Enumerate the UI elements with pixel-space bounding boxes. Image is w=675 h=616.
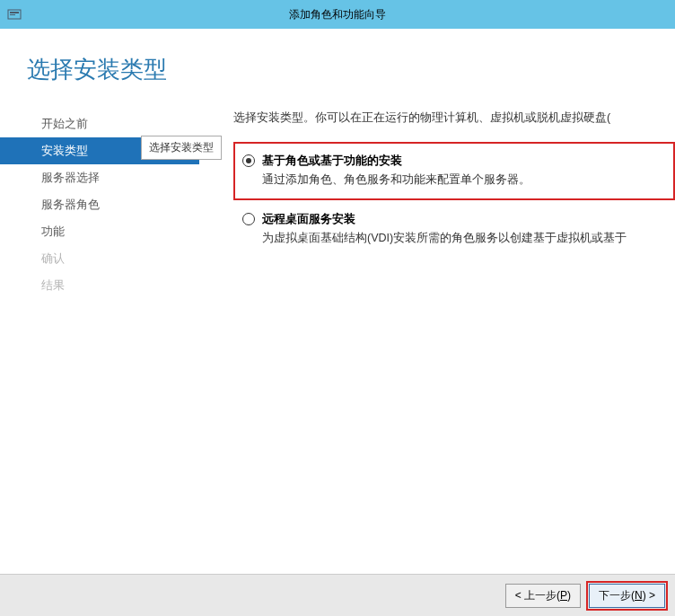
sidebar: 开始之前 安装类型 服务器选择 服务器角色 功能 确认 结果 选择安装类型 — [0, 110, 224, 299]
intro-text: 选择安装类型。你可以在正在运行的物理计算机、虚拟机或脱机虚拟硬盘( — [233, 110, 675, 126]
sidebar-item-label: 服务器角色 — [41, 198, 100, 211]
footer: < 上一步(P) 下一步(N) > — [0, 574, 675, 616]
sidebar-item-server-selection[interactable]: 服务器选择 — [18, 164, 224, 191]
option-desc: 通过添加角色、角色服务和功能来配置单个服务器。 — [262, 172, 664, 188]
option-content: 远程桌面服务安装 为虚拟桌面基础结构(VDI)安装所需的角色服务以创建基于虚拟机… — [262, 211, 675, 246]
sidebar-item-label: 服务器选择 — [41, 171, 100, 184]
titlebar: 添加角色和功能向导 — [0, 0, 675, 29]
sidebar-item-label: 功能 — [41, 224, 65, 238]
main-panel: 选择安装类型。你可以在正在运行的物理计算机、虚拟机或脱机虚拟硬盘( 基于角色或基… — [224, 110, 675, 299]
prev-button[interactable]: < 上一步(P) — [505, 584, 581, 608]
radio-icon[interactable] — [242, 213, 255, 225]
sidebar-item-label: 开始之前 — [41, 117, 88, 130]
svg-rect-1 — [10, 12, 19, 13]
svg-rect-2 — [10, 14, 15, 15]
sidebar-item-label: 确认 — [41, 251, 65, 265]
option-title: 远程桌面服务安装 — [262, 211, 675, 227]
sidebar-item-label: 结果 — [41, 278, 65, 292]
page-title: 选择安装类型 — [0, 29, 675, 85]
sidebar-tooltip: 选择安装类型 — [141, 136, 222, 160]
window-title: 添加角色和功能向导 — [0, 7, 675, 22]
sidebar-item-confirm: 确认 — [18, 245, 224, 272]
option-remote-desktop[interactable]: 远程桌面服务安装 为虚拟桌面基础结构(VDI)安装所需的角色服务以创建基于虚拟机… — [233, 207, 675, 250]
option-role-based[interactable]: 基于角色或基于功能的安装 通过添加角色、角色服务和功能来配置单个服务器。 — [233, 142, 675, 200]
prev-label: < 上一步(P) — [515, 589, 571, 602]
main-body: 开始之前 安装类型 服务器选择 服务器角色 功能 确认 结果 选择安装类型 — [0, 110, 675, 299]
sidebar-item-label: 安装类型 — [41, 144, 88, 157]
next-label: 下一步(N) > — [599, 589, 655, 602]
sidebar-item-features[interactable]: 功能 — [18, 218, 224, 245]
next-button[interactable]: 下一步(N) > — [589, 584, 665, 608]
sidebar-item-server-roles[interactable]: 服务器角色 — [18, 191, 224, 218]
next-button-highlight: 下一步(N) > — [586, 581, 668, 611]
radio-icon[interactable] — [242, 154, 255, 167]
option-content: 基于角色或基于功能的安装 通过添加角色、角色服务和功能来配置单个服务器。 — [262, 153, 664, 188]
option-desc: 为虚拟桌面基础结构(VDI)安装所需的角色服务以创建基于虚拟机或基于 — [262, 231, 675, 246]
sidebar-item-before-start[interactable]: 开始之前 — [18, 110, 224, 137]
option-title: 基于角色或基于功能的安装 — [262, 153, 664, 169]
app-icon — [7, 7, 22, 22]
content-area: 选择安装类型 开始之前 安装类型 服务器选择 服务器角色 功能 确认 结果 — [0, 29, 675, 574]
sidebar-item-results: 结果 — [18, 272, 224, 299]
